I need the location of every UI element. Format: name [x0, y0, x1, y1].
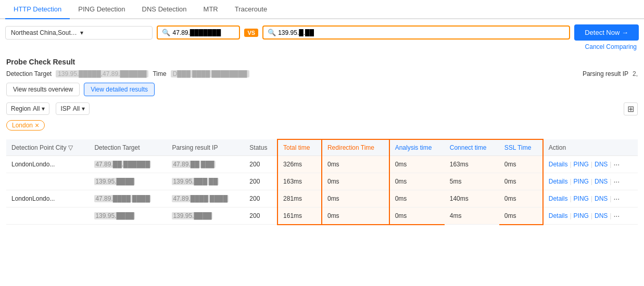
cell-connect-time: 140ms — [445, 190, 499, 207]
search-input-1[interactable] — [172, 29, 235, 36]
tab-http-detection[interactable]: HTTP Detection — [5, 0, 70, 19]
view-buttons: View results overview View detailed resu… — [6, 83, 638, 96]
cell-city — [6, 207, 89, 225]
cell-ssl-time: 0ms — [499, 156, 543, 173]
col-redirect-time: Redirection Time — [322, 139, 389, 156]
ping-link[interactable]: PING — [574, 212, 589, 219]
cell-status: 200 — [244, 173, 277, 190]
cell-action: Details | PING | DNS | ··· — [543, 173, 638, 190]
table-row: LondonLondo... 47.89.██.██████ 47.89.██ … — [6, 156, 638, 173]
cancel-comparing-link[interactable]: Cancel Comparing — [585, 43, 637, 50]
detection-info: Detection Target 139.95.█████,47.89.████… — [6, 70, 638, 77]
cell-redirect-time: 0ms — [322, 156, 389, 173]
tab-traceroute[interactable]: Traceroute — [226, 0, 275, 19]
cell-action: Details | PING | DNS | ··· — [543, 156, 638, 173]
cell-redirect-time: 0ms — [322, 207, 389, 225]
tab-ping-detection[interactable]: PING Detection — [70, 0, 133, 19]
col-ssl-time: SSL Time — [499, 139, 543, 156]
details-link[interactable]: Details — [549, 212, 568, 219]
cell-status: 200 — [244, 207, 277, 225]
toolbar: Northeast China,South China,North China,… — [0, 19, 644, 46]
isp-filter-value: All — [73, 105, 80, 112]
cell-redirect-time: 0ms — [322, 173, 389, 190]
cell-action: Details | PING | DNS | ··· — [543, 190, 638, 207]
probe-result-section: Probe Check Result Detection Target 139.… — [0, 54, 644, 229]
search-input-2[interactable] — [278, 29, 565, 36]
parsing-value: 2, — [633, 70, 638, 77]
cell-parsing-ip: 139.95.███ ██ — [167, 173, 244, 190]
vs-badge[interactable]: VS — [244, 29, 258, 37]
cell-connect-time: 5ms — [445, 173, 499, 190]
col-action: Action — [543, 139, 638, 156]
col-target: Detection Target — [89, 139, 167, 156]
cell-target: 139.95.████ — [89, 173, 167, 190]
details-link[interactable]: Details — [549, 178, 568, 185]
results-table: Detection Point City ▽ Detection Target … — [6, 139, 638, 225]
time-value: D███ ████ ████████ — [171, 70, 249, 77]
cell-connect-time: 4ms — [445, 207, 499, 225]
region-filter-label: Region — [11, 105, 31, 112]
table-layout-icon[interactable]: ⊞ — [624, 102, 638, 115]
cell-city — [6, 173, 89, 190]
cell-parsing-ip: 47.89.██ ███ — [167, 156, 244, 173]
col-parsing-ip: Parsing result IP — [167, 139, 244, 156]
more-actions-icon[interactable]: ··· — [613, 177, 620, 186]
cell-total-time: 163ms — [277, 173, 322, 190]
cell-analysis-time: 0ms — [389, 207, 445, 225]
cell-parsing-ip: 47.89.████ ████ — [167, 190, 244, 207]
dns-link[interactable]: DNS — [595, 161, 608, 168]
more-actions-icon[interactable]: ··· — [613, 212, 620, 220]
tag-london: London × — [6, 120, 638, 135]
isp-chevron-icon: ▾ — [82, 105, 85, 112]
cell-target: 47.89.████ ████ — [89, 190, 167, 207]
region-filter[interactable]: Region All ▾ — [6, 102, 49, 115]
tag-close-button[interactable]: × — [35, 122, 39, 129]
more-actions-icon[interactable]: ··· — [613, 194, 620, 203]
table-row: 139.95.████ 139.95.███ ██ 200 163ms 0ms … — [6, 173, 638, 190]
ping-link[interactable]: PING — [574, 161, 589, 168]
filter-row: Region All ▾ ISP All ▾ ⊞ — [6, 102, 638, 115]
region-dropdown[interactable]: Northeast China,South China,North China,… — [5, 26, 153, 40]
tag-label: London — [12, 122, 33, 129]
cell-city: LondonLondo... — [6, 190, 89, 207]
region-value: Northeast China,South China,North China,… — [11, 29, 78, 36]
ping-link[interactable]: PING — [574, 195, 589, 202]
tab-dns-detection[interactable]: DNS Detection — [134, 0, 195, 19]
details-link[interactable]: Details — [549, 161, 568, 168]
cell-total-time: 281ms — [277, 190, 322, 207]
more-actions-icon[interactable]: ··· — [613, 160, 620, 168]
probe-title: Probe Check Result — [6, 58, 638, 66]
cell-connect-time: 163ms — [445, 156, 499, 173]
col-analysis-time: Analysis time — [389, 139, 445, 156]
isp-filter-label: ISP — [60, 105, 70, 112]
chevron-down-icon: ▾ — [80, 29, 147, 36]
detect-now-button[interactable]: Detect Now → — [574, 24, 639, 41]
results-table-wrap: Detection Point City ▽ Detection Target … — [6, 139, 638, 225]
col-total-time: Total time — [277, 139, 322, 156]
col-connect-time: Connect time — [445, 139, 499, 156]
table-row: 139.95.████ 139.95.████ 200 161ms 0ms 0m… — [6, 207, 638, 225]
cell-ssl-time: 0ms — [499, 173, 543, 190]
cell-status: 200 — [244, 190, 277, 207]
parsing-label: Parsing result IP — [583, 70, 628, 77]
cell-total-time: 326ms — [277, 156, 322, 173]
search-icon-1: 🔍 — [162, 29, 170, 36]
dns-link[interactable]: DNS — [595, 212, 608, 219]
view-detailed-results-btn[interactable]: View detailed results — [84, 83, 155, 96]
ping-link[interactable]: PING — [574, 178, 589, 185]
toolbar-right: Detect Now → — [574, 24, 639, 41]
col-city: Detection Point City ▽ — [6, 139, 89, 156]
cell-status: 200 — [244, 156, 277, 173]
details-link[interactable]: Details — [549, 195, 568, 202]
isp-filter[interactable]: ISP All ▾ — [56, 102, 90, 115]
region-chevron-icon: ▾ — [42, 105, 45, 112]
time-label: Time — [153, 70, 166, 77]
dns-link[interactable]: DNS — [595, 178, 608, 185]
dns-link[interactable]: DNS — [595, 195, 608, 202]
tab-mtr[interactable]: MTR — [195, 0, 226, 19]
cell-target: 139.95.████ — [89, 207, 167, 225]
table-row: LondonLondo... 47.89.████ ████ 47.89.███… — [6, 190, 638, 207]
cell-target: 47.89.██.██████ — [89, 156, 167, 173]
view-results-overview-btn[interactable]: View results overview — [6, 83, 80, 96]
cell-city: LondonLondo... — [6, 156, 89, 173]
